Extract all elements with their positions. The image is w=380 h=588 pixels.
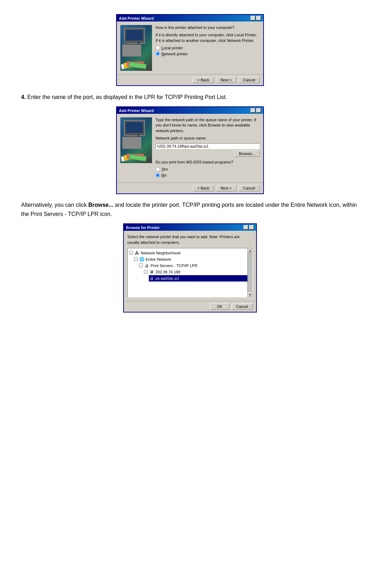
wizard2-content: Type the network path or the queue name … bbox=[156, 117, 260, 179]
wizard1-footer: < Back Next > Cancel bbox=[117, 74, 263, 85]
dos-question: Do you print from MS-DOS-based programs? bbox=[156, 160, 260, 165]
browse-description: Select the network printer that you want… bbox=[127, 234, 253, 245]
tree-label-printer-port: ps-aa20ac-p1 bbox=[156, 276, 179, 280]
wizard1-cancel-button[interactable]: Cancel bbox=[239, 77, 260, 83]
printer-icon bbox=[122, 44, 141, 57]
wizard2-title: Add Printer Wizard bbox=[119, 109, 154, 113]
browse-title: Browse for Printer bbox=[126, 225, 160, 230]
tree-label-entire-network: Entire Network bbox=[146, 257, 171, 261]
tree-view[interactable]: − 🖧 Network Neighborhood − 🌐 Entire Netw… bbox=[127, 248, 253, 297]
wizard1-next-button[interactable]: Next > bbox=[216, 77, 236, 83]
alt-text-bold: Browse... bbox=[88, 202, 113, 208]
browse-help-button[interactable]: ? bbox=[243, 225, 248, 230]
monitor2-screen bbox=[126, 122, 143, 133]
tree-icon-entire-network: 🌐 bbox=[139, 256, 145, 262]
network-path-input[interactable] bbox=[156, 143, 260, 149]
browse-row: Browse... bbox=[156, 150, 260, 157]
monitor-icon bbox=[124, 28, 145, 44]
wizard1-local-radio-group[interactable]: LLocal printerocal printer bbox=[156, 45, 260, 50]
add-printer-wizard-2: Add Printer Wizard ? × bbox=[116, 106, 264, 194]
tree-icon-ip: 🖥 bbox=[149, 269, 154, 275]
tree-icon-printer-port: 🖨 bbox=[149, 276, 154, 281]
step4-number: 4. bbox=[21, 94, 26, 100]
wizard2-cancel-button[interactable]: Cancel bbox=[239, 185, 260, 191]
tree-icon-print-servers: 🖨 bbox=[144, 263, 150, 268]
wizard1-network-radio-group[interactable]: Network printer bbox=[156, 51, 260, 56]
monitor2-icon bbox=[124, 120, 145, 136]
add-printer-wizard-1: Add Printer Wizard ? × bbox=[116, 14, 264, 86]
printer2-icon bbox=[122, 137, 141, 149]
yes-dos-label[interactable]: Yes bbox=[162, 167, 168, 171]
tree-item-ip[interactable]: − 🖥 202.39.74.188 bbox=[144, 269, 251, 275]
wizard2-yes-radio-group[interactable]: Yes bbox=[156, 167, 260, 172]
wizard1-body: How is this printer attached to your com… bbox=[117, 21, 263, 74]
tree-item-entire-network[interactable]: − 🌐 Entire Network bbox=[134, 256, 251, 262]
tree-icon-network: 🖧 bbox=[134, 250, 140, 256]
wizard1-back-button[interactable]: < Back bbox=[193, 77, 214, 83]
wizard1-image bbox=[120, 25, 152, 71]
wizard1-question: How is this printer attached to your com… bbox=[156, 25, 260, 30]
browse-for-printer-dialog: Browse for Printer ? × Select the networ… bbox=[123, 223, 257, 312]
tree-item-network-neighborhood[interactable]: − 🖧 Network Neighborhood bbox=[129, 250, 251, 256]
tree-scrollbar[interactable]: ▲ ▼ bbox=[247, 248, 252, 297]
browse-close-button[interactable]: × bbox=[249, 225, 254, 230]
browse-button[interactable]: Browse... bbox=[234, 150, 260, 157]
wizard2-help-button[interactable]: ? bbox=[251, 108, 255, 113]
tree-label-network-neighborhood: Network Neighborhood bbox=[141, 251, 180, 255]
no-dos-label[interactable]: No bbox=[162, 173, 166, 177]
scroll-up-arrow[interactable]: ▲ bbox=[248, 248, 252, 253]
scroll-track bbox=[248, 253, 252, 292]
tree-item-print-servers[interactable]: − 🖨 Print Servers - TCP/IP LPR bbox=[139, 262, 251, 269]
network-printer-label[interactable]: Network printer bbox=[162, 52, 188, 56]
tree-expand-1[interactable]: − bbox=[134, 257, 138, 261]
wizard1-close-button[interactable]: × bbox=[256, 16, 261, 20]
yes-dos-radio[interactable] bbox=[156, 167, 160, 172]
scroll-down-arrow[interactable]: ▼ bbox=[248, 292, 252, 297]
tree-label-print-servers: Print Servers - TCP/IP LPR bbox=[151, 264, 197, 268]
wizard1-titlebar-buttons: ? × bbox=[251, 16, 261, 20]
tree-expand-0[interactable]: − bbox=[129, 251, 133, 255]
wizard1-help-button[interactable]: ? bbox=[251, 16, 255, 20]
wizard2-back-button[interactable]: < Back bbox=[193, 185, 214, 191]
alt-text-before: Alternatively, you can click bbox=[21, 202, 88, 208]
papers2-icon bbox=[121, 151, 149, 160]
browse-footer: OK Cancel bbox=[124, 301, 256, 312]
tree-expand-3[interactable]: − bbox=[144, 270, 148, 274]
browse-ok-button[interactable]: OK bbox=[210, 303, 229, 310]
wizard2-description1: Type the network path or the queue name … bbox=[156, 117, 260, 134]
browse-titlebar: Browse for Printer ? × bbox=[124, 224, 256, 231]
papers-icon bbox=[121, 59, 149, 68]
network-printer-radio[interactable] bbox=[156, 51, 160, 56]
wizard2-titlebar-buttons: ? × bbox=[251, 108, 261, 113]
alt-text-block: Alternatively, you can click Browse... a… bbox=[21, 200, 359, 218]
no-dos-radio[interactable] bbox=[156, 173, 160, 178]
tree-item-printer-port[interactable]: 🖨 ps-aa20ac-p1 bbox=[149, 275, 251, 281]
wizard1-title: Add Printer Wizard bbox=[119, 16, 154, 20]
wizard1-content: How is this printer attached to your com… bbox=[156, 25, 260, 71]
browse-cancel-button[interactable]: Cancel bbox=[232, 303, 253, 310]
step4-text: 4. Enter the name of the port, as displa… bbox=[21, 93, 359, 101]
wizard2-close-button[interactable]: × bbox=[256, 108, 261, 113]
tree-label-ip: 202.39.74.188 bbox=[156, 270, 180, 274]
wizard2-footer: < Back Next > Cancel bbox=[117, 182, 263, 193]
monitor-screen bbox=[126, 30, 143, 41]
wizard2-no-radio-group[interactable]: No bbox=[156, 173, 260, 178]
wizard1-description: If it is directly attached to your compu… bbox=[156, 32, 260, 43]
step4-description: Enter the name of the port, as displayed… bbox=[27, 94, 227, 100]
local-printer-radio[interactable] bbox=[156, 45, 160, 50]
tree-expand-2[interactable]: − bbox=[139, 264, 143, 267]
wizard2-body: Type the network path or the queue name … bbox=[117, 114, 263, 182]
browse-titlebar-buttons: ? × bbox=[243, 225, 254, 230]
wizard2-titlebar: Add Printer Wizard ? × bbox=[117, 107, 263, 114]
wizard2-next-button[interactable]: Next > bbox=[216, 185, 236, 191]
wizard2-path-label: Network path or queue name: bbox=[156, 136, 260, 141]
local-printer-label[interactable]: LLocal printerocal printer bbox=[162, 46, 183, 50]
wizard2-image bbox=[120, 117, 152, 163]
browse-dialog-wrap: Browse for Printer ? × Select the networ… bbox=[21, 223, 359, 312]
wizard1-titlebar: Add Printer Wizard ? × bbox=[117, 15, 263, 21]
browse-body: Select the network printer that you want… bbox=[124, 231, 256, 301]
